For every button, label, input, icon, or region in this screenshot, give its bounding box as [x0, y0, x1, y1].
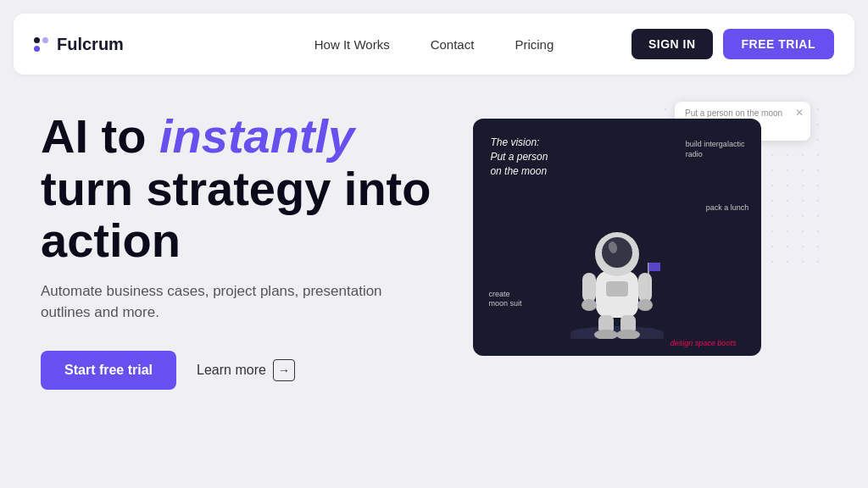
signin-button[interactable]: SIGN IN	[632, 29, 713, 59]
nav-pricing[interactable]: Pricing	[515, 37, 554, 52]
svg-rect-5	[582, 273, 596, 302]
vision-text: The vision: Put a person on the moon	[490, 136, 548, 178]
logo-icon	[34, 37, 48, 52]
hero-actions: Start free trial Learn more →	[41, 351, 473, 390]
logo-dot	[34, 46, 40, 52]
annotation-space-boots: design space boots	[670, 339, 737, 347]
arrow-icon: →	[273, 359, 295, 381]
logo-text: Fulcrum	[57, 35, 124, 54]
svg-point-7	[581, 299, 597, 311]
floating-card-label: Put a person on the moon	[685, 108, 800, 118]
svg-point-15	[646, 328, 656, 333]
hero-section: AI to instantly turn strategy into actio…	[0, 75, 868, 474]
nav-actions: SIGN IN FREE TRIAL	[632, 29, 834, 59]
nav-how-it-works[interactable]: How It Works	[314, 37, 390, 52]
close-icon[interactable]: ✕	[795, 107, 804, 119]
page-wrapper: Fulcrum How It Works Contact Pricing SIG…	[0, 14, 868, 488]
logo-dot	[42, 37, 48, 43]
svg-rect-17	[648, 263, 660, 271]
hero-title-italic: instantly	[159, 109, 354, 163]
hero-content: AI to instantly turn strategy into actio…	[41, 102, 473, 390]
nav-contact[interactable]: Contact	[431, 37, 475, 52]
svg-rect-13	[606, 281, 628, 297]
logo-dot	[34, 37, 40, 43]
annotation-pack-lunch: pack a lunch	[706, 203, 749, 214]
annotation-moon-suit: createmoon suit	[488, 290, 521, 309]
hero-subtitle: Automate business cases, project plans, …	[41, 280, 414, 324]
free-trial-button[interactable]: FREE TRIAL	[723, 29, 834, 59]
hero-title-rest: turn strategy into action	[41, 162, 431, 268]
hero-title: AI to instantly turn strategy into actio…	[41, 110, 473, 267]
navbar: Fulcrum How It Works Contact Pricing SIG…	[14, 14, 854, 75]
svg-point-14	[576, 329, 590, 336]
svg-rect-6	[638, 273, 652, 302]
astro-scene: The vision: Put a person on the moon bui…	[473, 119, 761, 356]
start-trial-button[interactable]: Start free trial	[41, 351, 176, 390]
hero-image: Put a person on the moon Feels Good ✕ Th…	[473, 102, 827, 424]
logo-dot	[42, 46, 48, 52]
astronaut-illustration	[570, 203, 664, 339]
svg-point-3	[602, 237, 632, 268]
annotation-intergalactic: build intergalacticradio	[686, 140, 745, 159]
svg-point-8	[637, 299, 653, 311]
learn-more-button[interactable]: Learn more →	[197, 359, 295, 381]
hero-title-prefix: AI to	[41, 109, 159, 163]
logo-area: Fulcrum	[34, 35, 124, 54]
nav-links: How It Works Contact Pricing	[314, 37, 554, 52]
learn-more-label: Learn more	[197, 363, 266, 378]
